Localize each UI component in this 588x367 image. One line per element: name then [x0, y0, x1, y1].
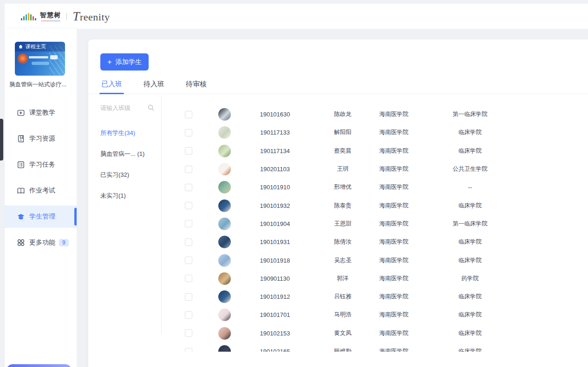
- filter-item-3[interactable]: 已实习(32): [100, 168, 144, 181]
- student-name: 马明浩: [317, 311, 369, 319]
- filter-list: 所有学生(34)脑血管病一... (1)已实习(32)未实习(1): [100, 127, 144, 210]
- student-avatar: [218, 345, 231, 352]
- sidebar: 课程主页 脑血管病一站式诊疗... 课堂教学学习资源学习任务作业考试学生管理更多…: [5, 29, 77, 367]
- brand-name-zh-wrap: 智慧树: [40, 11, 61, 21]
- row-checkbox[interactable]: [185, 311, 192, 319]
- tab-1[interactable]: 已入班: [101, 78, 122, 94]
- sidebar-item-label: 学习资源: [29, 135, 55, 143]
- student-table: 190101630陈啟龙海南医学院第一临床学院190117133解阳阳海南医学院…: [162, 95, 588, 352]
- row-checkbox[interactable]: [185, 257, 192, 264]
- row-checkbox[interactable]: [185, 111, 192, 118]
- student-row: 190101904王恩甜海南医学院第一临床学院: [162, 215, 588, 233]
- sidebar-item-1[interactable]: 课堂教学: [5, 102, 77, 124]
- student-avatar: [218, 290, 231, 303]
- student-school: 海南医学院: [369, 129, 419, 136]
- row-checkbox[interactable]: [185, 329, 192, 337]
- filter-item-4[interactable]: 未实习(1): [100, 189, 144, 202]
- student-avatar: [218, 254, 231, 267]
- student-id: 190101701: [233, 311, 317, 318]
- sidebar-item-6[interactable]: 更多功能9: [5, 232, 77, 254]
- more-count-badge: 9: [59, 239, 69, 246]
- course-thumbnail[interactable]: 课程主页: [15, 42, 65, 76]
- student-name: 解阳阳: [317, 129, 369, 136]
- student-college: 临床学院: [419, 147, 521, 155]
- student-id: 190102153: [233, 330, 317, 337]
- sidebar-item-3[interactable]: 学习任务: [5, 154, 77, 176]
- student-college: 临床学院: [419, 348, 521, 352]
- tasks-list-icon: [17, 161, 25, 169]
- row-checkbox[interactable]: [185, 293, 192, 301]
- search-placeholder: 请输入班级: [100, 103, 154, 113]
- thumb-caption-chip: [50, 55, 58, 59]
- student-id: 190117133: [233, 129, 317, 136]
- student-college: 临床学院: [419, 238, 521, 246]
- student-row: 190101912吕钰雅海南医学院临床学院: [162, 288, 588, 306]
- student-id: 190117134: [233, 148, 317, 155]
- row-checkbox[interactable]: [185, 275, 192, 282]
- tab-2[interactable]: 待入班: [144, 78, 164, 94]
- student-avatar: [218, 272, 231, 285]
- sidebar-item-2[interactable]: 学习资源: [5, 128, 77, 150]
- sidebar-item-label: 课堂教学: [29, 109, 55, 117]
- student-name: 邢增优: [317, 183, 369, 191]
- row-checkbox[interactable]: [185, 166, 192, 173]
- student-school: 海南医学院: [369, 220, 419, 228]
- student-college: 临床学院: [419, 202, 521, 210]
- main-area: + 添加学生 已入班待入班待审核 请输入班级 所有学生(34)脑血管病一... …: [77, 29, 588, 367]
- student-row: 190101918吴志圣海南医学院临床学院: [162, 251, 588, 269]
- homework-exam-icon: [17, 187, 25, 195]
- class-search-input[interactable]: 请输入班级: [100, 103, 154, 113]
- student-school: 海南医学院: [369, 183, 419, 191]
- content-card: + 添加学生 已入班待入班待审核 请输入班级 所有学生(34)脑血管病一... …: [88, 39, 588, 367]
- course-home-label: 课程主页: [26, 43, 46, 50]
- student-row: 190101910邢增优海南医学院--: [162, 178, 588, 196]
- student-name: 郭洋: [317, 275, 369, 283]
- course-home-banner[interactable]: 课程主页: [15, 42, 65, 52]
- thumb-caption-bar: [29, 56, 48, 58]
- student-row: 190102153黄文凤海南医学院临床学院: [162, 324, 588, 342]
- student-row: 190117134蔡奕晨海南医学院临床学院: [162, 142, 588, 160]
- student-college: 临床学院: [419, 329, 521, 337]
- tab-3[interactable]: 待审核: [186, 78, 207, 94]
- student-college: 临床学院: [419, 129, 521, 136]
- course-title: 脑血管病一站式诊疗...: [9, 81, 74, 89]
- student-school: 海南医学院: [369, 275, 419, 283]
- student-row: 190201103王玥海南医学院公共卫生学院: [162, 160, 588, 178]
- student-avatar: [218, 163, 231, 175]
- row-checkbox[interactable]: [185, 129, 192, 136]
- sidebar-item-5[interactable]: 学生管理: [5, 206, 77, 228]
- row-checkbox[interactable]: [185, 202, 192, 209]
- sidebar-item-4[interactable]: 作业考试: [5, 180, 77, 202]
- row-checkbox[interactable]: [185, 220, 192, 227]
- row-checkbox[interactable]: [185, 348, 192, 352]
- student-row: 190102165顾维勤海南医学院临床学院: [162, 342, 588, 352]
- student-row: 190101931陈倩汝海南医学院临床学院: [162, 233, 588, 251]
- student-name: 陈泰贵: [317, 202, 369, 210]
- student-avatar: [218, 126, 231, 139]
- student-name: 蔡奕晨: [317, 147, 369, 155]
- student-id: 190901130: [233, 275, 317, 282]
- top-header: 智慧树 | Treenity: [5, 4, 588, 29]
- more-grid-icon: [17, 238, 25, 247]
- student-college: 公共卫生学院: [419, 165, 521, 173]
- row-checkbox[interactable]: [185, 147, 192, 155]
- row-checkbox[interactable]: [185, 184, 192, 191]
- brand-name-zh: 智慧树: [40, 11, 61, 19]
- classroom-play-icon: [17, 109, 25, 117]
- filter-item-2[interactable]: 脑血管病一... (1): [100, 148, 144, 161]
- search-icon[interactable]: [148, 104, 154, 111]
- add-student-button[interactable]: + 添加学生: [100, 53, 149, 71]
- student-row: 190101630陈啟龙海南医学院第一临床学院: [162, 105, 588, 123]
- filter-item-1[interactable]: 所有学生(34): [100, 127, 144, 140]
- student-school: 海南医学院: [369, 311, 419, 319]
- left-edge-handle[interactable]: [0, 119, 3, 161]
- student-avatar: [218, 218, 231, 230]
- student-id: 190201103: [233, 166, 317, 173]
- floating-action-button[interactable]: [6, 364, 72, 367]
- student-avatar: [218, 309, 231, 321]
- student-school: 海南医学院: [369, 329, 419, 337]
- row-checkbox[interactable]: [185, 238, 192, 246]
- student-school: 海南医学院: [369, 202, 419, 210]
- student-id: 190101912: [233, 293, 317, 300]
- student-name: 王玥: [317, 165, 369, 173]
